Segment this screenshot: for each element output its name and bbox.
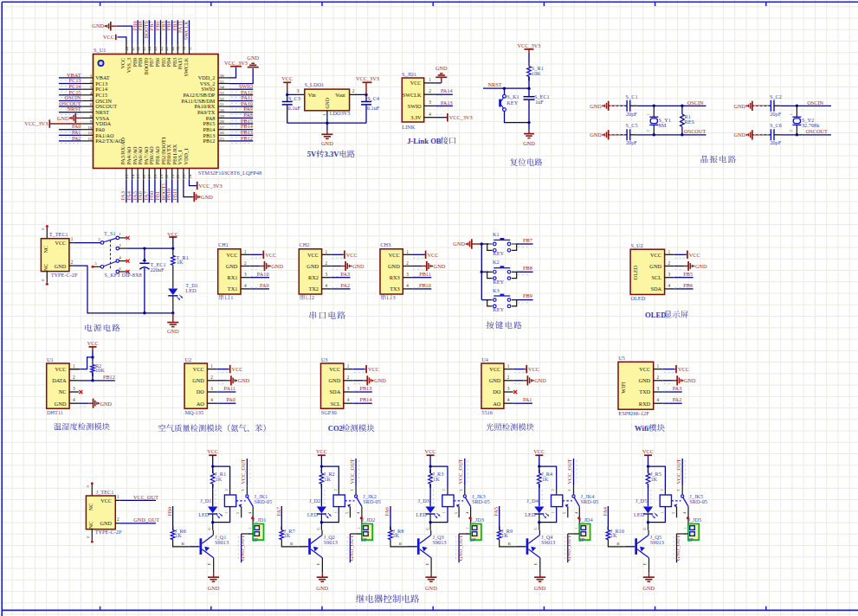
svg-text:3.3V: 3.3V [325, 150, 340, 158]
svg-text:19: 19 [159, 174, 164, 179]
svg-text:PB7: PB7 [523, 237, 532, 243]
svg-text:10: 10 [87, 125, 93, 130]
svg-text:GND: GND [733, 132, 745, 138]
svg-text:1: 1 [326, 249, 328, 254]
svg-text:VCC: VCC [425, 448, 436, 454]
svg-text:PB6: PB6 [683, 282, 693, 288]
svg-text:RX3: RX3 [390, 274, 400, 280]
svg-text:SRD-05: SRD-05 [472, 498, 490, 504]
svg-text:GND: GND [489, 377, 501, 383]
svg-text:LED: LED [185, 287, 197, 293]
svg-text:33: 33 [220, 91, 224, 95]
svg-text:PB12: PB12 [203, 138, 216, 144]
svg-text:OSCIN: OSCIN [687, 99, 704, 106]
svg-text:1: 1 [224, 511, 229, 513]
svg-text:OLED: OLED [630, 295, 645, 301]
svg-text:S_KFT DIP-8X8: S_KFT DIP-8X8 [105, 272, 142, 278]
svg-text:KEY: KEY [493, 306, 504, 312]
svg-text:3: 3 [507, 386, 510, 391]
svg-text:3: 3 [657, 386, 660, 391]
svg-text:2: 2 [657, 375, 660, 380]
svg-text:S9013: S9013 [324, 539, 338, 545]
svg-text:2: 2 [224, 489, 229, 491]
svg-text:1K: 1K [542, 476, 549, 482]
svg-text:J_JD2: J_JD2 [361, 517, 375, 523]
svg-text:K3: K3 [493, 287, 500, 293]
svg-text:RX2: RX2 [308, 274, 319, 280]
svg-text:2: 2 [646, 130, 650, 132]
svg-text:GND: GND [642, 585, 655, 591]
svg-text:PB14: PB14 [359, 396, 372, 402]
svg-text:PA9: PA9 [260, 282, 269, 288]
svg-text:NRST: NRST [67, 106, 81, 112]
svg-text:PA6: PA6 [384, 507, 390, 517]
svg-text:2: 2 [312, 294, 314, 300]
svg-text:J_D2: J_D2 [309, 497, 320, 504]
svg-text:PA2: PA2 [673, 396, 682, 402]
svg-text:U5: U5 [618, 355, 625, 361]
svg-text:2: 2 [347, 375, 350, 380]
svg-text:GND: GND [733, 103, 745, 109]
svg-text:CO2: CO2 [328, 424, 343, 433]
svg-text:GND: GND [208, 585, 220, 591]
svg-text:VCC: VCC [316, 448, 327, 454]
svg-text:AO: AO [493, 401, 501, 407]
svg-text:VCC_OUT: VCC_OUT [566, 459, 572, 484]
svg-text:GND_OUT: GND_OUT [565, 535, 571, 561]
svg-text:20pF: 20pF [626, 111, 637, 117]
svg-text:PB10: PB10 [419, 282, 431, 288]
svg-text:36: 36 [220, 74, 224, 78]
svg-text:46: 46 [136, 46, 140, 51]
svg-text:GND: GND [226, 263, 238, 269]
svg-text:1: 1 [429, 77, 431, 82]
svg-text:NC: NC [87, 504, 94, 511]
svg-text:3: 3 [73, 386, 75, 391]
svg-text:S9013: S9013 [215, 539, 229, 545]
svg-text:1: 1 [406, 249, 409, 254]
svg-text:VCC: VCC [533, 448, 545, 454]
svg-text:NC: NC [59, 388, 67, 395]
svg-text:PA10: PA10 [257, 271, 269, 277]
svg-text:E: E [316, 563, 320, 566]
svg-text:C: C [316, 527, 320, 529]
svg-text:VCC_OUT: VCC_OUT [349, 459, 355, 484]
svg-text:GND: GND [534, 585, 546, 591]
svg-text:1: 1 [507, 363, 510, 369]
svg-text:VCC: VCC [87, 340, 99, 346]
svg-text:U3: U3 [321, 356, 328, 363]
svg-text:TX1: TX1 [228, 286, 238, 292]
svg-text:1K: 1K [392, 532, 399, 538]
svg-text:U4: U4 [481, 356, 489, 363]
svg-text:16: 16 [142, 174, 146, 179]
svg-text:20pF: 20pF [770, 139, 781, 145]
svg-text:2: 2 [668, 260, 671, 266]
svg-text:34: 34 [220, 85, 224, 89]
svg-text:10K: 10K [532, 70, 541, 76]
svg-text:1: 1 [117, 494, 119, 499]
svg-text:3: 3 [668, 272, 671, 277]
svg-text:SRD-05: SRD-05 [255, 498, 273, 504]
svg-text:26: 26 [220, 131, 224, 135]
svg-text:GND: GND [325, 98, 330, 109]
svg-text:20pF: 20pF [770, 111, 781, 117]
svg-text:K1: K1 [493, 231, 500, 237]
svg-text:GND: GND [238, 377, 250, 383]
svg-text:38: 38 [182, 46, 186, 51]
svg-text:S_LDO1: S_LDO1 [304, 81, 324, 87]
svg-text:1: 1 [465, 527, 469, 529]
svg-text:J_TEC1: J_TEC1 [96, 489, 114, 495]
svg-text:3: 3 [326, 272, 328, 277]
svg-text:TYPE-C-2P: TYPE-C-2P [51, 272, 78, 278]
svg-text:NRST: NRST [487, 81, 501, 87]
svg-text:32: 32 [220, 97, 224, 101]
svg-text:GND: GND [100, 401, 112, 407]
svg-text:OSCOUT: OSCOUT [684, 128, 706, 134]
svg-text:S_C6: S_C6 [770, 122, 782, 128]
svg-text:17: 17 [147, 174, 152, 179]
svg-text:SWCLK: SWCLK [403, 92, 422, 98]
svg-text:OLED: OLED [645, 311, 666, 319]
svg-text:4: 4 [210, 397, 213, 402]
svg-text:4: 4 [73, 397, 75, 402]
svg-text:45: 45 [142, 46, 146, 51]
svg-text:5516: 5516 [481, 409, 493, 415]
